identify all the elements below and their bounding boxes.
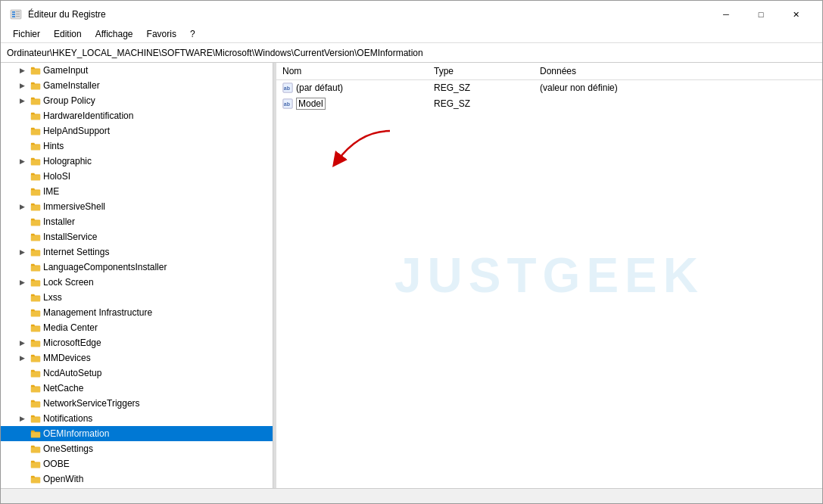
menu-[interactable]: ?: [184, 27, 201, 41]
reg-type-cell: REG_SZ: [428, 95, 534, 112]
tree-item-label: LanguageComponentsInstaller: [43, 262, 167, 272]
expand-button[interactable]: [16, 261, 28, 273]
tree-item-label: GameInput: [43, 65, 88, 76]
expand-button[interactable]: [16, 458, 28, 470]
svg-rect-2: [12, 14, 15, 15]
tree-item[interactable]: OOBE: [1, 456, 273, 471]
expand-button[interactable]: [16, 291, 28, 303]
expand-button[interactable]: [16, 428, 28, 440]
registry-table: Nom Type Données ab (par défaut)REG_SZ(v…: [276, 63, 822, 112]
tree-item[interactable]: HoloSI: [1, 169, 273, 184]
tree-item[interactable]: LanguageComponentsInstaller: [1, 260, 273, 275]
folder-icon: [28, 232, 43, 242]
tree-item-label: HelpAndSupport: [43, 126, 110, 136]
expand-button[interactable]: [16, 382, 28, 394]
expand-button[interactable]: ▶: [16, 201, 28, 213]
tree-panel[interactable]: ▶ GameInput▶ GameInstaller▶ Group Policy…: [1, 63, 273, 488]
title-bar: Éditeur du Registre ─ □ ✕: [1, 1, 822, 25]
tree-item[interactable]: InstallService: [1, 229, 273, 244]
registry-panel[interactable]: JUSTGEEK Nom Type Données: [276, 63, 822, 488]
tree-item[interactable]: IME: [1, 184, 273, 199]
expand-button[interactable]: [16, 125, 28, 137]
menu-affichage[interactable]: Affichage: [89, 27, 139, 41]
tree-item[interactable]: ▶ Group Policy: [1, 93, 273, 108]
tree-item[interactable]: Hints: [1, 138, 273, 154]
expand-button[interactable]: ▶: [16, 246, 28, 258]
main-content: ▶ GameInput▶ GameInstaller▶ Group Policy…: [1, 63, 822, 488]
expand-button[interactable]: ▶: [16, 64, 28, 76]
folder-icon: [28, 353, 43, 363]
tree-item[interactable]: ▶ MMDevices: [1, 350, 273, 366]
expand-button[interactable]: [16, 170, 28, 182]
tree-item-label: HoloSI: [43, 171, 70, 182]
reg-type-cell: REG_SZ: [428, 80, 534, 96]
expand-button[interactable]: [16, 185, 28, 198]
maximize-button[interactable]: □: [744, 5, 778, 23]
tree-item[interactable]: Management Infrastructure: [1, 305, 273, 320]
tree-item[interactable]: ▶ ImmersiveShell: [1, 199, 273, 214]
tree-item[interactable]: OpenWith: [1, 471, 273, 487]
folder-icon: [28, 443, 43, 454]
minimize-button[interactable]: ─: [709, 5, 744, 23]
tree-item[interactable]: NetCache: [1, 381, 273, 396]
tree-item-label: HardwareIdentification: [43, 110, 133, 121]
expand-button[interactable]: ▶: [16, 337, 28, 349]
expand-button[interactable]: ▶: [16, 412, 28, 425]
tree-item[interactable]: Installer: [1, 214, 273, 229]
expand-button[interactable]: ▶: [16, 79, 28, 92]
tree-item[interactable]: ▶ Holographic: [1, 154, 273, 169]
tree-item-label: OOBE: [43, 459, 70, 469]
menu-favoris[interactable]: Favoris: [141, 27, 182, 41]
tree-item[interactable]: ▶ GameInstaller: [1, 78, 273, 93]
tree-item[interactable]: HardwareIdentification: [1, 108, 273, 123]
tree-item-label: InstallService: [43, 232, 97, 242]
tree-item[interactable]: Media Center: [1, 320, 273, 335]
expand-button[interactable]: [16, 322, 28, 334]
expand-button[interactable]: [16, 110, 28, 122]
expand-button[interactable]: ▶: [16, 95, 28, 107]
tree-item[interactable]: ▶ Lock Screen: [1, 275, 273, 290]
tree-item-label: Hints: [43, 141, 64, 151]
expand-button[interactable]: [16, 231, 28, 243]
tree-item[interactable]: Lxss: [1, 290, 273, 305]
expand-button[interactable]: [16, 216, 28, 228]
expand-button[interactable]: [16, 397, 28, 409]
expand-button[interactable]: [16, 443, 28, 455]
folder-icon: [28, 368, 43, 378]
close-button[interactable]: ✕: [778, 5, 813, 23]
tree-item-label: Group Policy: [43, 95, 95, 106]
folder-icon: [28, 95, 43, 106]
address-bar: Ordinateur\HKEY_LOCAL_MACHINE\SOFTWARE\M…: [1, 43, 822, 63]
tree-item-label: Installer: [43, 216, 75, 227]
tree-item[interactable]: OptimalLayout: [1, 487, 273, 488]
expand-button[interactable]: [16, 367, 28, 379]
tree-item[interactable]: ▶ Internet Settings: [1, 244, 273, 260]
expand-button[interactable]: [16, 306, 28, 319]
expand-button[interactable]: ▶: [16, 155, 28, 167]
svg-text:ab: ab: [284, 86, 290, 91]
expand-button[interactable]: ▶: [16, 276, 28, 288]
expand-button[interactable]: [16, 473, 28, 485]
tree-item-label: Lxss: [43, 292, 62, 303]
folder-icon: [28, 428, 43, 439]
expand-button[interactable]: [16, 140, 28, 152]
tree-item[interactable]: HelpAndSupport: [1, 123, 273, 138]
tree-item[interactable]: OEMInformation: [1, 426, 273, 441]
tree-item-label: Internet Settings: [43, 247, 109, 257]
folder-icon: [28, 110, 43, 121]
folder-icon: [28, 322, 43, 333]
menu-edition[interactable]: Edition: [48, 27, 88, 41]
registry-row[interactable]: ab (par défaut)REG_SZ(valeur non définie…: [276, 80, 822, 96]
col-type: Type: [428, 63, 534, 80]
menu-fichier[interactable]: Fichier: [7, 27, 46, 41]
tree-item[interactable]: OneSettings: [1, 441, 273, 456]
folder-icon: [28, 262, 43, 272]
tree-item[interactable]: ▶ MicrosoftEdge: [1, 335, 273, 350]
expand-button[interactable]: ▶: [16, 352, 28, 364]
tree-item-label: NetCache: [43, 383, 83, 394]
tree-item[interactable]: NcdAutoSetup: [1, 366, 273, 381]
tree-item[interactable]: ▶ Notifications: [1, 411, 273, 426]
tree-item[interactable]: NetworkServiceTriggers: [1, 396, 273, 411]
tree-item[interactable]: ▶ GameInput: [1, 63, 273, 78]
registry-row[interactable]: ab ModelREG_SZ: [276, 95, 822, 112]
